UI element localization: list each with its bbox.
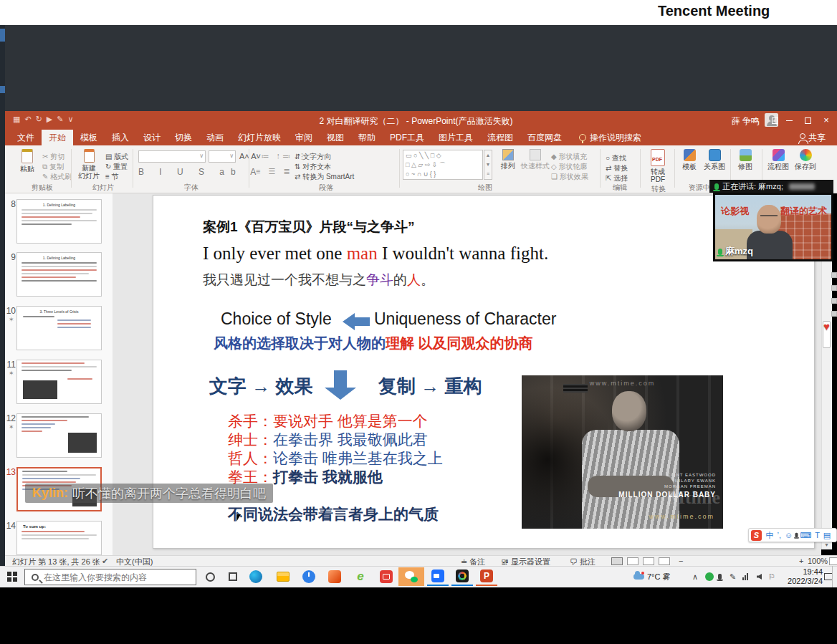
slide-title[interactable]: 案例1《百万宝贝》片段“与之争斗” <box>203 218 415 236</box>
taskbar-edge[interactable] <box>245 567 267 586</box>
text-direction-button[interactable]: ⇵ 文字方向 <box>295 152 331 162</box>
punctuation-icon[interactable]: ’, <box>778 531 782 539</box>
smartart-button[interactable]: ⇄ 转换为 SmartArt <box>295 172 354 182</box>
shape-outline-button[interactable]: ◇ 形状轮廓 <box>551 162 587 172</box>
movie-still-image[interactable]: www.mtime.com Mtime CLINT EASTWOOD HILAR… <box>522 375 723 529</box>
chinese-mode-icon[interactable]: 中 <box>766 530 774 541</box>
slide-sorter-view-button[interactable] <box>627 557 638 565</box>
normal-view-button[interactable] <box>611 557 623 565</box>
speaker-line-killer[interactable]: 杀手：要说对手 他算是第一个 <box>228 411 428 431</box>
tab-pdf-tools[interactable]: PDF工具 <box>383 130 431 145</box>
taskbar-clock[interactable]: 19:442022/3/24 <box>778 567 823 586</box>
tab-design[interactable]: 设计 <box>136 130 168 145</box>
align-text-button[interactable]: ⇅ 对齐文本 <box>295 162 331 172</box>
retouch-button[interactable]: 修图 <box>735 149 756 170</box>
fit-to-window-button[interactable] <box>829 557 837 565</box>
start-button[interactable] <box>7 572 17 582</box>
account-name[interactable]: 薛 争鸣 <box>732 115 760 128</box>
tell-me-search[interactable]: 操作说明搜索 <box>579 130 641 145</box>
search-input[interactable] <box>44 572 180 582</box>
copy-button[interactable]: ⧉ 复制 <box>42 162 64 172</box>
thumbnail-slide-14[interactable]: To sum up: <box>16 521 102 555</box>
taskbar-meeting-app[interactable] <box>427 567 449 586</box>
quick-styles-button[interactable]: 快速样式 <box>521 149 550 170</box>
taskbar-search[interactable] <box>24 569 196 585</box>
choice-of-style-text[interactable]: Choice of Style <box>221 309 332 329</box>
font-style-buttons[interactable]: B I U S ab A <box>138 167 262 177</box>
taskbar-powerpoint[interactable]: P <box>476 567 497 586</box>
tray-expand-icon[interactable]: ∧ <box>692 567 698 586</box>
uniqueness-text[interactable]: Uniqueness of Character <box>374 309 556 329</box>
keyboard-icon[interactable]: ⌨ <box>800 531 811 540</box>
sogou-input-toolbar[interactable]: S 中 ’, ☺ ⌨ T ▤ <box>748 528 837 542</box>
slide-chinese-line[interactable]: 我只遇见过一个我不想与之争斗的人。 <box>203 271 434 289</box>
formula-left[interactable]: 文字 → 效果 <box>209 374 312 399</box>
principle-line[interactable]: 风格的选择取决于对人物的理解 以及同观众的协商 <box>214 334 533 353</box>
formula-right[interactable]: 复制 → 重构 <box>378 374 482 399</box>
speaker-line-philosopher[interactable]: 哲人：论拳击 唯弗兰基在我之上 <box>228 448 443 468</box>
taskbar-office[interactable] <box>324 567 345 586</box>
find-button[interactable]: ○ 查找 <box>606 153 626 163</box>
tab-view[interactable]: 视图 <box>320 130 351 145</box>
scroll-down-icon[interactable]: ▼ <box>486 162 491 167</box>
save-to-button[interactable]: 保存到 <box>793 149 818 170</box>
show-desktop-button[interactable] <box>832 566 837 587</box>
taskbar-red-app[interactable] <box>376 567 397 586</box>
reset-button[interactable]: ↻ 重置 <box>105 162 128 172</box>
toolbox-icon[interactable]: ▤ <box>823 531 831 540</box>
tray-flag-icon[interactable]: ⚐ <box>768 567 775 586</box>
emoji-icon[interactable]: ☺ <box>785 531 793 539</box>
shape-gallery-scroll[interactable]: ▲▼≡ <box>484 150 492 180</box>
align-buttons[interactable]: ≡ ☰ ≣ <box>256 167 293 176</box>
voice-input-icon[interactable] <box>795 533 798 537</box>
select-button[interactable]: ⇱ 选择 <box>606 173 628 183</box>
next-slide-button[interactable]: ▼ <box>822 542 831 547</box>
skin-icon[interactable]: T <box>815 531 820 539</box>
close-button[interactable]: × <box>816 111 837 130</box>
tab-insert[interactable]: 插入 <box>105 130 136 145</box>
font-size-combobox[interactable] <box>209 150 236 163</box>
share-button[interactable]: 共享 <box>800 130 826 145</box>
thumbnail-slide-9[interactable]: 1. Defining Labelling <box>16 252 102 297</box>
left-block-arrow[interactable] <box>343 313 370 330</box>
conclusion-line[interactable]: 不同说法会带着言者身上的气质 <box>228 504 439 524</box>
zoom-percent[interactable]: 100% <box>808 557 828 565</box>
scroll-up-icon[interactable]: ▲ <box>486 153 491 158</box>
tab-home[interactable]: 开始 <box>42 130 73 145</box>
taskbar-dark-app[interactable] <box>451 567 473 586</box>
thumbnail-slide-10[interactable]: 3. Three Levels of Crisis <box>16 306 102 350</box>
taskbar-clock-app[interactable] <box>298 567 320 586</box>
new-slide-button[interactable]: 新建 幻灯片 <box>75 149 102 180</box>
tab-picture-tools[interactable]: 图片工具 <box>431 130 480 145</box>
tab-slideshow[interactable]: 幻灯片放映 <box>231 130 288 145</box>
sogou-logo-icon[interactable]: S <box>751 530 762 541</box>
diagram-button[interactable]: 关系图 <box>702 149 727 170</box>
tray-mic[interactable] <box>718 567 722 586</box>
tab-flowchart[interactable]: 流程图 <box>480 130 520 145</box>
flowchart-button[interactable]: 流程图 <box>766 149 790 170</box>
convert-pdf-button[interactable]: 转成 PDF <box>646 149 670 183</box>
cut-button[interactable]: ✂ 剪切 <box>42 152 64 162</box>
task-view-button[interactable] <box>222 567 244 586</box>
taskbar-explorer[interactable] <box>272 567 294 586</box>
replace-button[interactable]: ⇄ 替换 <box>606 163 628 173</box>
tab-template[interactable]: 模板 <box>73 130 105 145</box>
tray-antivirus[interactable] <box>705 567 714 586</box>
font-name-combobox[interactable] <box>138 150 206 163</box>
speaker-video-tile[interactable]: 论影视 翻译的艺术 麻mzq <box>713 193 833 261</box>
paste-button[interactable]: 粘贴 <box>15 149 39 173</box>
reading-view-button[interactable] <box>643 557 654 565</box>
cortana-button[interactable] <box>199 567 221 586</box>
thumbnail-slide-8[interactable]: 1. Defining Labelling <box>16 199 102 244</box>
thumbnail-slide-11[interactable] <box>16 360 102 404</box>
slideshow-view-button[interactable] <box>659 557 670 565</box>
shape-effects-button[interactable]: ❏ 形状效果 <box>551 172 588 182</box>
tab-help[interactable]: 帮助 <box>351 130 383 145</box>
zoom-out-button[interactable]: − <box>679 557 683 565</box>
format-painter-button[interactable]: ✎ 格式刷 <box>42 172 72 182</box>
layout-button[interactable]: ▤ 版式 <box>105 152 128 162</box>
shape-gallery[interactable]: ▭ ○ ╲ ╲ □ ◇ □ △ ▱ ⇨ ⇩ ⌒ ○ ~ ∩ ∪ { } <box>403 150 483 180</box>
zoom-in-button[interactable]: + <box>799 557 803 565</box>
slide-english-line[interactable]: I only ever met one man I wouldn't wanna… <box>203 244 548 264</box>
template-button[interactable]: 模板 <box>679 149 700 170</box>
